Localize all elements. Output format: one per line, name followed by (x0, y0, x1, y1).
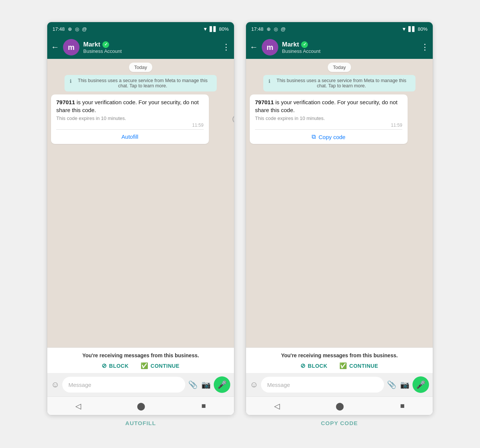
header-subtitle-left: Business Account (83, 48, 218, 54)
nav-bar-right: ◁ ⬤ ■ (246, 396, 433, 415)
status-left-right: 17:48 ⊕ ◎ @ (251, 26, 286, 32)
info-icon-left: ℹ (70, 78, 72, 84)
emoji-button-right[interactable]: ☺ (250, 380, 258, 390)
message-time-left: 11:59 (56, 123, 204, 128)
chat-header-right: ← m Markt ✓ Business Account ⋮ (246, 36, 433, 59)
phone-copycode-screen: 17:48 ⊕ ◎ @ ▼ ▋▋ 80% ← m (246, 22, 433, 415)
battery-text: 80% (219, 26, 229, 32)
input-bar-right: ☺ Message 📎 📷 🎤 (246, 373, 433, 396)
phone-autofill-screen: 17:48 ⊕ ◎ @ ▼ ▋▋ 80% ← m (47, 22, 234, 415)
business-notice-text-right: You're receiving messages from this busi… (251, 352, 428, 358)
nav-recent-icon-left[interactable]: ■ (201, 402, 206, 410)
signal-icon-right: ▋▋ (408, 26, 416, 32)
input-icons-right: 📎 📷 (387, 380, 410, 389)
attach-icon-left[interactable]: 📎 (188, 380, 198, 389)
message-input-left[interactable]: Message (62, 377, 185, 393)
nav-home-icon-left[interactable]: ⬤ (137, 402, 145, 411)
date-badge-right: Today (328, 63, 351, 72)
autofill-button[interactable]: Autofill (122, 133, 138, 140)
block-button-left[interactable]: ⊘ BLOCK (102, 362, 129, 369)
date-badge-left: Today (129, 63, 153, 72)
header-name-right: Markt ✓ (282, 41, 417, 48)
screenshots-row: 17:48 ⊕ ◎ @ ▼ ▋▋ 80% ← m (47, 22, 433, 426)
header-menu-left[interactable]: ⋮ (222, 42, 230, 52)
nav-recent-icon-right[interactable]: ■ (400, 402, 405, 410)
emoji-button-left[interactable]: ☺ (51, 380, 59, 390)
message-time-right: 11:59 (255, 123, 402, 128)
phone-copycode-container: 17:48 ⊕ ◎ @ ▼ ▋▋ 80% ← m (246, 22, 433, 426)
chat-header-left: ← m Markt ✓ Business Account ⋮ (47, 36, 234, 59)
system-notice-left[interactable]: ℹ This business uses a secure service fr… (64, 75, 217, 91)
whatsapp-icon: ⊕ (68, 26, 72, 32)
camera-icon-right[interactable]: 📷 (400, 380, 410, 389)
battery-text-right: 80% (418, 26, 428, 32)
chat-area-left: Today ℹ This business uses a secure serv… (47, 59, 234, 348)
system-notice-right[interactable]: ℹ This business uses a secure service fr… (263, 75, 416, 91)
wifi-icon: ▼ (203, 26, 208, 32)
mic-button-left[interactable]: 🎤 (214, 376, 230, 393)
nav-home-icon-right[interactable]: ⬤ (336, 402, 344, 411)
status-bar-left: 17:48 ⊕ ◎ @ ▼ ▋▋ 80% (47, 22, 234, 36)
header-name-left: Markt ✓ (83, 41, 218, 48)
wifi-icon-right: ▼ (402, 26, 406, 32)
header-info-left: Markt ✓ Business Account (83, 41, 218, 54)
header-subtitle-right: Business Account (282, 48, 417, 54)
status-right: ▼ ▋▋ 80% (203, 26, 229, 32)
business-notice-left: You're receiving messages from this busi… (47, 348, 234, 373)
copy-code-button[interactable]: ⧉ Copy code (255, 133, 402, 140)
status-left: 17:48 ⊕ ◎ @ (52, 26, 87, 32)
continue-icon-right: ✅ (339, 362, 347, 369)
signal-icon: ▋▋ (210, 26, 217, 32)
message-text-left: 797011 is your verification code. For yo… (56, 98, 204, 114)
status-time: 17:48 (52, 26, 65, 32)
status-right-right: ▼ ▋▋ 80% (402, 26, 428, 32)
at-icon: @ (82, 26, 87, 32)
back-button-left[interactable]: ← (51, 42, 59, 52)
header-menu-right[interactable]: ⋮ (421, 42, 429, 52)
whatsapp-icon-right: ⊕ (267, 26, 271, 32)
message-input-right[interactable]: Message (261, 377, 384, 393)
block-icon-left: ⊘ (102, 362, 107, 369)
chat-area-right: Today ℹ This business uses a secure serv… (246, 59, 433, 348)
instagram-icon-right: ◎ (274, 26, 278, 32)
business-notice-actions-left: ⊘ BLOCK ✅ CONTINUE (52, 362, 229, 369)
business-notice-actions-right: ⊘ BLOCK ✅ CONTINUE (251, 362, 428, 369)
input-bar-left: ☺ Message 📎 📷 🎤 (47, 373, 234, 396)
header-info-right: Markt ✓ Business Account (282, 41, 417, 54)
phone-autofill-container: 17:48 ⊕ ◎ @ ▼ ▋▋ 80% ← m (47, 22, 234, 426)
phone-label-autofill: AUTOFILL (125, 420, 156, 426)
continue-button-left[interactable]: ✅ CONTINUE (141, 362, 180, 369)
block-button-right[interactable]: ⊘ BLOCK (300, 362, 327, 369)
phone-label-copycode: COPY CODE (321, 420, 358, 426)
mic-button-right[interactable]: 🎤 (412, 376, 429, 393)
message-sub-left: This code expires in 10 minutes. (56, 115, 204, 121)
message-action-left[interactable]: Autofill (56, 131, 204, 140)
continue-icon-left: ✅ (141, 362, 148, 369)
nav-bar-left: ◁ ⬤ ■ (47, 396, 234, 415)
message-bubble-left: 797011 is your verification code. For yo… (51, 94, 209, 144)
verified-badge-left: ✓ (102, 41, 109, 48)
avatar-right: m (262, 39, 278, 55)
status-time-right: 17:48 (251, 26, 264, 32)
message-bubble-right: 797011 is your verification code. For yo… (250, 94, 408, 144)
block-icon-right: ⊘ (300, 362, 306, 369)
message-text-right: 797011 is your verification code. For yo… (255, 98, 402, 114)
input-icons-left: 📎 📷 (188, 380, 211, 389)
camera-icon-left[interactable]: 📷 (201, 380, 211, 389)
avatar-left: m (63, 39, 80, 55)
business-notice-right: You're receiving messages from this busi… (246, 348, 433, 373)
status-bar-right: 17:48 ⊕ ◎ @ ▼ ▋▋ 80% (246, 22, 433, 36)
info-icon-right: ℹ (268, 78, 270, 84)
message-info-icon-left[interactable]: i (232, 115, 234, 123)
attach-icon-right[interactable]: 📎 (387, 380, 396, 389)
nav-back-icon-right[interactable]: ◁ (274, 402, 280, 411)
copy-icon: ⧉ (312, 133, 316, 140)
verified-badge-right: ✓ (301, 41, 308, 48)
instagram-icon: ◎ (75, 26, 79, 32)
continue-button-right[interactable]: ✅ CONTINUE (339, 362, 378, 369)
nav-back-icon-left[interactable]: ◁ (75, 402, 81, 411)
at-icon-right: @ (281, 26, 286, 32)
message-action-right[interactable]: ⧉ Copy code (255, 131, 402, 140)
business-notice-text-left: You're receiving messages from this busi… (52, 352, 229, 358)
back-button-right[interactable]: ← (250, 42, 258, 52)
